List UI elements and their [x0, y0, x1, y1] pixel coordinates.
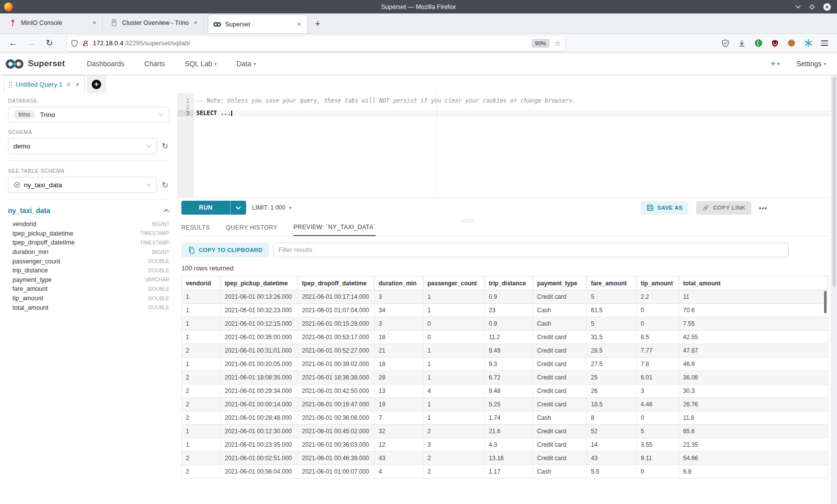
downloads-icon[interactable] [738, 39, 746, 47]
column-header[interactable]: passenger_count [423, 276, 485, 290]
query-tab-close-icon[interactable]: × [76, 81, 79, 88]
insecure-lock-icon[interactable] [82, 39, 89, 47]
browser-tab-superset[interactable]: Superset × [208, 15, 307, 33]
window-close-button[interactable] [823, 3, 831, 11]
protections-shield-icon[interactable] [721, 39, 729, 47]
cookie-icon[interactable] [787, 39, 796, 47]
tab-close-icon[interactable]: × [91, 18, 98, 27]
editor-content[interactable]: -- Note: Unless you save your query, the… [194, 93, 831, 197]
sql-editor[interactable]: 123 -- Note: Unless you save your query,… [177, 93, 831, 198]
column-header[interactable]: payment_type [533, 276, 587, 290]
column-header[interactable]: vendorid [182, 276, 221, 290]
pane-resize-handle[interactable] [461, 220, 474, 224]
nav-item-charts[interactable]: Charts [144, 60, 165, 68]
tab-title: MinIO Console [21, 19, 88, 26]
tab-results[interactable]: RESULTS [181, 224, 210, 236]
column-header[interactable]: trip_distance [485, 276, 533, 290]
run-button[interactable]: RUN [181, 201, 246, 215]
database-select[interactable]: trino Trino [8, 107, 169, 123]
cell-distance: 5.25 [485, 398, 533, 411]
table-row: 2 2021-06-01 00:00:14.000 2021-06-01 00:… [182, 398, 828, 411]
window-maximize-button[interactable] [809, 4, 815, 10]
column-header[interactable]: total_amount [679, 276, 828, 290]
browser-toolbar: ← → ↻ 172.18.0.4:32295/superset/sqllab/ … [0, 34, 837, 53]
results-table-body: 1 2021-06-01 00:13:26.000 2021-06-01 00:… [182, 290, 828, 479]
run-dropdown-button[interactable] [231, 201, 246, 215]
tab-close-icon[interactable]: × [295, 20, 303, 29]
tab-preview[interactable]: PREVIEW: `NY_TAXI_DATA` [293, 224, 376, 236]
column-type: DOUBLE [148, 268, 169, 273]
nav-add-button[interactable]: +▾ [771, 59, 779, 68]
new-tab-button[interactable]: + [309, 18, 326, 33]
page-scrollbar[interactable] [831, 75, 837, 504]
refresh-tables-icon[interactable]: ↻ [161, 180, 169, 190]
copy-link-button[interactable]: COPY LINK [696, 201, 751, 215]
limit-value: 1 000 [271, 204, 285, 211]
collapse-table-icon[interactable] [163, 209, 169, 213]
browser-tab-trino[interactable]: Cluster Overview - Trino × [105, 14, 204, 31]
cell-vendorid: 1 [182, 290, 221, 304]
table-row: 1 2021-06-01 00:12:30.000 2021-06-01 00:… [182, 425, 828, 438]
nav-item-sql-lab[interactable]: SQL Lab▾ [185, 60, 217, 68]
copy-to-clipboard-button[interactable]: COPY TO CLIPBOARD [181, 243, 269, 257]
extension-green-icon[interactable] [754, 39, 763, 47]
caret-down-icon: ▾ [824, 62, 826, 66]
cell-distance: 11.2 [485, 331, 533, 344]
column-header[interactable]: duration_min [375, 276, 423, 290]
table-scrollbar-thumb[interactable] [824, 291, 827, 313]
cell-total: 11 [679, 290, 828, 304]
column-header[interactable]: tpep_pickup_datetime [221, 276, 298, 290]
refresh-schemas-icon[interactable]: ↻ [161, 141, 169, 151]
cell-tip: 8.5 [637, 331, 679, 344]
cell-payment: Credit card [533, 331, 587, 344]
column-header[interactable]: tip_amount [637, 276, 679, 290]
table-select[interactable]: ny_taxi_data [8, 177, 157, 193]
drag-handle-icon[interactable] [8, 81, 12, 88]
cell-total: 11.8 [679, 411, 828, 425]
limit-control[interactable]: LIMIT: 1 000 ▾ [252, 204, 291, 211]
reload-button[interactable]: ↻ [41, 38, 58, 48]
ublock-shield-icon[interactable] [771, 39, 779, 47]
url-bar[interactable]: 172.18.0.4:32295/superset/sqllab/ 90% ☆ [67, 36, 565, 51]
nav-settings-menu[interactable]: Settings▾ [796, 60, 826, 68]
caret-down-icon: ▾ [289, 206, 291, 210]
query-tab-untitled[interactable]: Untitled Query 1 × [4, 75, 85, 93]
cell-duration: 28 [375, 371, 423, 384]
column-header[interactable]: fare_amount [587, 276, 637, 290]
cell-pickup: 2021-06-01 00:12:15.000 [221, 317, 298, 331]
extension-asterisk-icon[interactable] [804, 39, 813, 47]
cell-passengers: 3 [423, 438, 485, 452]
column-name: tip_amount [12, 295, 43, 302]
shield-icon[interactable] [71, 39, 78, 47]
add-query-tab-button[interactable]: + [87, 75, 106, 93]
nav-item-data[interactable]: Data▾ [237, 60, 256, 68]
forward-button[interactable]: → [22, 38, 41, 48]
cell-fare: 27.5 [587, 358, 637, 371]
column-header[interactable]: tpep_dropoff_datetime [298, 276, 375, 290]
minio-favicon [9, 19, 17, 27]
column-type: DOUBLE [148, 258, 169, 264]
browser-tab-minio[interactable]: MinIO Console × [4, 14, 103, 31]
results-header-row: vendoridtpep_pickup_datetimetpep_dropoff… [182, 276, 828, 290]
zoom-level-badge[interactable]: 90% [532, 39, 550, 48]
schema-select[interactable]: demo [8, 138, 157, 154]
filter-results-input[interactable] [273, 243, 789, 257]
cell-payment: Cash [533, 465, 587, 479]
more-actions-button[interactable]: ••• [759, 204, 767, 212]
superset-brand-name: Superset [28, 59, 65, 69]
url-text: 172.18.0.4:32295/superset/sqllab/ [93, 39, 190, 47]
back-button[interactable]: ← [4, 38, 22, 48]
window-minimize-button[interactable] [795, 5, 801, 9]
bookmark-star-icon[interactable]: ☆ [555, 39, 561, 48]
superset-logo[interactable]: Superset [5, 58, 65, 70]
save-as-button[interactable]: SAVE AS [641, 201, 689, 215]
caret-down-icon: ▾ [254, 62, 256, 66]
editor-toolbar: RUN LIMIT: 1 000 ▾ SAVE AS [177, 198, 831, 218]
menu-hamburger-icon[interactable] [821, 40, 828, 46]
tab-query-history[interactable]: QUERY HISTORY [226, 224, 278, 236]
page-scrollbar-thumb[interactable] [833, 77, 836, 286]
tab-close-icon[interactable]: × [192, 18, 199, 27]
cell-payment: Credit card [533, 398, 587, 411]
cell-total: 7.55 [679, 317, 828, 331]
nav-item-dashboards[interactable]: Dashboards [87, 60, 125, 68]
